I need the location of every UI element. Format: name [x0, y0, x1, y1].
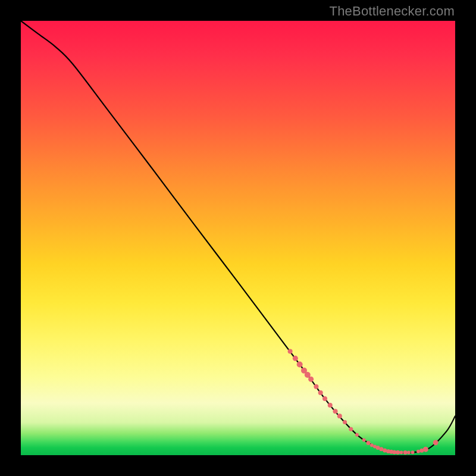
curve-marker [337, 414, 342, 418]
curve-marker [322, 396, 327, 401]
curve-marker [288, 349, 293, 354]
curve-marker [416, 450, 420, 453]
curve-marker [293, 356, 298, 361]
curve-marker [297, 361, 303, 367]
curve-marker [314, 384, 318, 389]
curve-svg [21, 21, 455, 455]
curve-marker [343, 420, 347, 424]
curve-marker [308, 377, 314, 382]
curve-marker [399, 450, 403, 454]
curve-marker [328, 403, 333, 408]
bottleneck-curve [21, 21, 455, 453]
chart-frame: TheBottlenecker.com [0, 0, 476, 476]
curve-marker [411, 450, 414, 454]
plot-area [21, 21, 455, 455]
watermark-label: TheBottlenecker.com [330, 4, 455, 19]
curve-markers [288, 349, 439, 455]
curve-marker [403, 450, 408, 455]
curve-marker [383, 448, 387, 452]
curve-marker [355, 433, 359, 437]
curve-marker [318, 390, 323, 395]
curve-marker [370, 443, 374, 447]
curve-marker [349, 427, 353, 431]
curve-marker [423, 447, 428, 452]
curve-marker [362, 438, 366, 441]
curve-marker [433, 440, 439, 445]
curve-marker [407, 451, 411, 455]
curve-marker [396, 450, 400, 455]
curve-marker [333, 409, 338, 414]
curve-marker [367, 441, 371, 445]
